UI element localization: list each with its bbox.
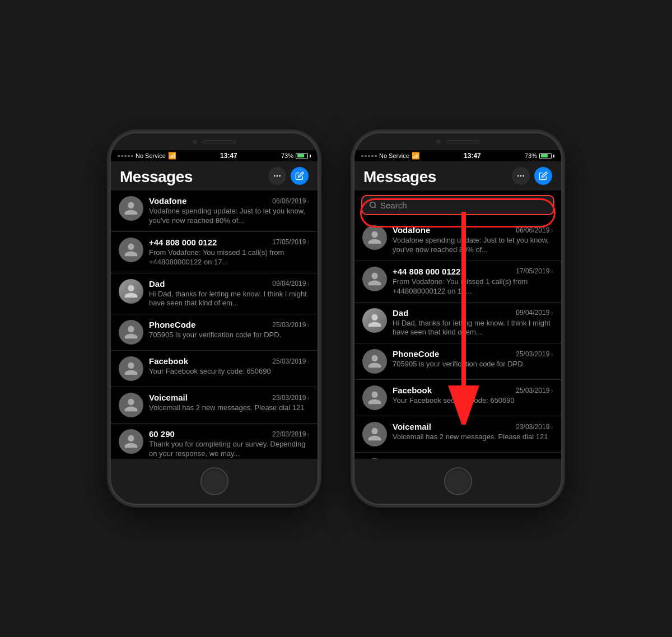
person-icon [123, 201, 139, 216]
message-date: 25/03/2019 [516, 350, 549, 358]
svg-point-0 [274, 175, 276, 177]
message-preview: Hi Dad, thanks for letting me know. I th… [149, 290, 310, 309]
chevron-right-icon: › [550, 308, 553, 317]
avatar [362, 267, 387, 291]
list-item[interactable]: Voicemail 23/03/2019 › Voicemail has 2 n… [111, 387, 318, 424]
chevron-right-icon: › [307, 238, 310, 247]
home-button-right[interactable] [444, 467, 472, 495]
compose-icon-left [295, 171, 304, 180]
list-item[interactable]: 60 290 22/03/2019 › Thank you for comple… [354, 453, 561, 459]
avatar [119, 279, 143, 304]
more-dots-icon-left [273, 171, 282, 180]
battery-pct-left: 73% [281, 152, 293, 159]
sender-name: 60 290 [149, 429, 175, 439]
message-date: 25/03/2019 [272, 357, 306, 365]
person-icon [123, 324, 139, 340]
nav-actions-left [268, 167, 309, 185]
person-icon [123, 242, 139, 258]
list-item[interactable]: +44 808 000 0122 17/05/2019 › From Vodaf… [111, 232, 318, 273]
more-button-left[interactable] [268, 167, 286, 185]
list-item[interactable]: PhoneCode 25/03/2019 › 705905 is your ve… [111, 314, 318, 351]
message-list-left: Vodafone 06/06/2019 › Vodafone spending … [111, 190, 318, 459]
list-item[interactable]: Voicemail 23/03/2019 › Voicemail has 2 n… [354, 416, 561, 453]
person-icon [367, 230, 382, 245]
wifi-icon-right: 📶 [412, 152, 420, 160]
message-date: 25/03/2019 [516, 387, 549, 394]
messages-title-left: Messages [120, 168, 193, 186]
chevron-right-icon: › [307, 393, 310, 402]
svg-point-6 [370, 202, 375, 207]
search-icon [369, 201, 377, 209]
list-item[interactable]: Dad 09/04/2019 › Hi Dad, thanks for lett… [111, 273, 318, 315]
signal-bars-right [361, 155, 377, 157]
no-service-right: No Service [379, 152, 409, 159]
message-date: 09/04/2019 [516, 309, 549, 317]
message-date: 22/03/2019 [272, 430, 306, 438]
screen-left: No Service 📶 13:47 73% Messages [111, 150, 318, 459]
person-icon [367, 313, 382, 328]
nav-bar-right: Messages [354, 161, 561, 190]
phone-top-bar-right [354, 133, 561, 150]
message-preview: Your Facebook security code: 650690 [149, 367, 310, 376]
person-icon [367, 354, 382, 369]
person-icon [123, 283, 139, 299]
svg-point-4 [520, 175, 522, 177]
person-icon [123, 397, 139, 413]
avatar [362, 385, 387, 410]
chevron-right-icon: › [307, 279, 310, 288]
message-preview: Thank you for completing our survey. Dep… [149, 440, 310, 459]
search-bar-container: Search [354, 190, 561, 220]
message-date: 06/06/2019 [272, 197, 306, 205]
sender-name: Dad [149, 279, 165, 289]
message-preview: 705905 is your verification code for DPD… [149, 331, 310, 340]
list-item[interactable]: Facebook 25/03/2019 › Your Facebook secu… [354, 380, 561, 416]
chevron-right-icon: › [550, 226, 553, 235]
message-list-right: Vodafone 06/06/2019 › Vodafone spending … [354, 220, 561, 459]
chevron-right-icon: › [307, 357, 310, 366]
more-button-right[interactable] [512, 167, 530, 185]
chevron-right-icon: › [550, 386, 553, 395]
page-wrapper: No Service 📶 13:47 73% Messages [98, 109, 574, 528]
list-item[interactable]: Dad 09/04/2019 › Hi Dad, thanks for lett… [354, 303, 561, 344]
list-item[interactable]: Vodafone 06/06/2019 › Vodafone spending … [111, 190, 318, 232]
speaker-right [446, 140, 480, 143]
phone-top-bar-left [111, 133, 318, 150]
home-button-left[interactable] [200, 467, 228, 495]
nav-bar-left: Messages [111, 161, 318, 190]
sender-name: Facebook [149, 356, 188, 366]
message-preview: Vodafone spending update: Just to let yo… [149, 207, 310, 226]
compose-button-right[interactable] [534, 167, 552, 185]
sender-name: Dad [393, 308, 408, 318]
sender-name: Vodafone [393, 225, 430, 235]
speaker-left [203, 140, 236, 143]
person-icon [123, 434, 139, 449]
chevron-right-icon: › [307, 320, 310, 329]
svg-point-5 [522, 175, 524, 177]
list-item[interactable]: 60 290 22/03/2019 › Thank you for comple… [111, 424, 318, 459]
chevron-right-icon: › [307, 197, 310, 206]
svg-point-1 [277, 175, 278, 177]
phone-bottom-right [354, 459, 561, 504]
avatar [119, 356, 143, 381]
avatar [362, 225, 387, 250]
list-item[interactable]: PhoneCode 25/03/2019 › 705905 is your ve… [354, 343, 561, 380]
message-preview: Voicemail has 2 new messages. Please dia… [393, 433, 553, 442]
sender-name: +44 808 000 0122 [149, 238, 217, 247]
message-preview: Voicemail has 2 new messages. Please dia… [149, 403, 310, 413]
message-date: 09/04/2019 [272, 280, 306, 287]
list-item[interactable]: Facebook 25/03/2019 › Your Facebook secu… [111, 351, 318, 387]
message-preview: 705905 is your verification code for DPD… [393, 360, 553, 369]
avatar [119, 393, 143, 417]
list-item[interactable]: +44 808 000 0122 17/05/2019 › From Vodaf… [354, 261, 561, 303]
status-bar-right: No Service 📶 13:47 73% [354, 150, 561, 161]
list-item[interactable]: Vodafone 06/06/2019 › Vodafone spending … [354, 220, 561, 261]
search-bar[interactable]: Search [361, 195, 554, 215]
svg-point-3 [517, 175, 519, 177]
nav-actions-right [512, 167, 552, 185]
compose-button-left[interactable] [291, 167, 309, 185]
sender-name: Voicemail [149, 393, 188, 402]
avatar [119, 196, 143, 221]
message-preview: Hi Dad, thanks for letting me know. I th… [393, 319, 553, 338]
messages-title-right: Messages [363, 168, 436, 186]
avatar [119, 238, 143, 262]
